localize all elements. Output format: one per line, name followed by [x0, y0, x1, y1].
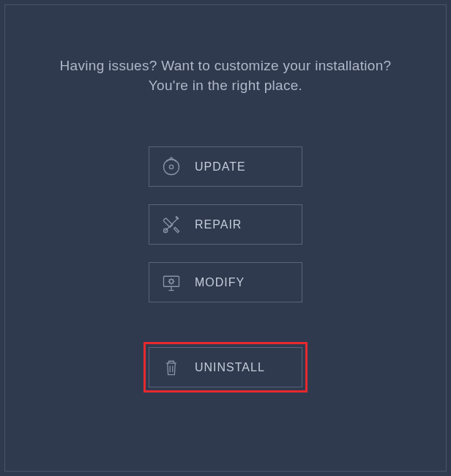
repair-label: REPAIR	[195, 218, 242, 231]
header-text: Having issues? Want to customize your in…	[60, 56, 392, 95]
uninstall-button[interactable]: UNINSTALL	[149, 347, 302, 387]
monitor-gear-icon	[161, 272, 182, 293]
repair-button[interactable]: REPAIR	[149, 204, 302, 245]
action-buttons: UPDATE REPAIR	[144, 146, 308, 393]
uninstall-label: UNINSTALL	[195, 361, 265, 374]
update-button[interactable]: UPDATE	[149, 146, 302, 187]
header-line-1: Having issues? Want to customize your in…	[60, 58, 392, 73]
uninstall-highlight-box: UNINSTALL	[144, 342, 308, 393]
tools-icon	[161, 215, 182, 235]
modify-button[interactable]: MODIFY	[149, 262, 302, 302]
svg-point-1	[169, 165, 173, 168]
svg-rect-3	[164, 276, 179, 286]
modify-label: MODIFY	[195, 276, 245, 289]
refresh-disc-icon	[161, 157, 182, 177]
trash-icon	[161, 357, 182, 378]
header-line-2: You're in the right place.	[149, 78, 302, 93]
update-label: UPDATE	[195, 160, 246, 174]
